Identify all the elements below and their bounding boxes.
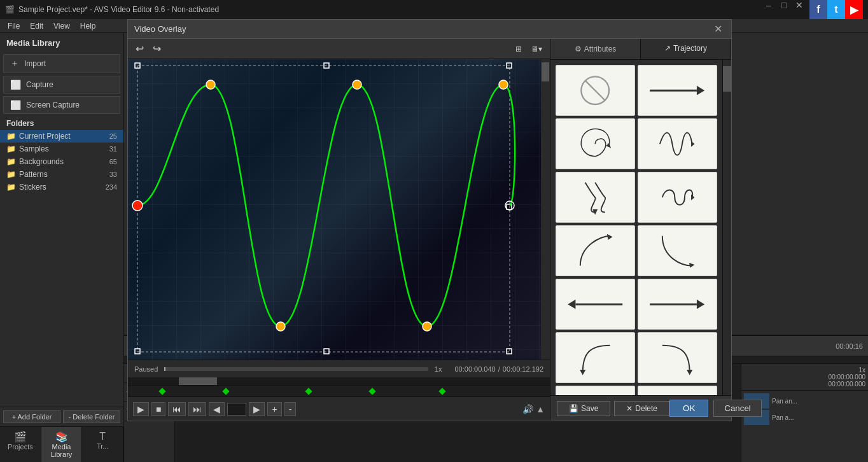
- tab-transitions-label: Tr...: [85, 442, 120, 450]
- keyframe-4[interactable]: [368, 388, 375, 395]
- folder-backgrounds[interactable]: 📁 Backgrounds 65: [0, 155, 123, 168]
- trajectory-arrow-right-2[interactable]: [638, 279, 717, 330]
- video-overlay-modal: Video Overlay ✕ ↩ ↪ ⊞ 🖥▾: [127, 19, 732, 421]
- svg-line-18: [585, 80, 605, 100]
- tab-attributes[interactable]: ⚙ Attributes: [550, 39, 641, 59]
- time-display-left: 00:00:00.000: [744, 374, 865, 381]
- tab-projects[interactable]: 🎬 Projects: [0, 427, 41, 462]
- trajectory-wave[interactable]: [638, 118, 717, 169]
- maximize-button[interactable]: □: [779, 0, 789, 10]
- folder-icon-samples: 📁: [6, 144, 16, 153]
- capture-button[interactable]: ⬜ Capture: [3, 76, 120, 94]
- svg-marker-32: [687, 370, 692, 375]
- facebook-icon[interactable]: f: [809, 0, 827, 19]
- modal-close-button[interactable]: ✕: [711, 23, 725, 35]
- save-label: Save: [581, 404, 598, 413]
- play-button[interactable]: ▶: [133, 402, 149, 416]
- timeline-keyframe-strip: [128, 385, 550, 396]
- add-keyframe-button[interactable]: +: [267, 402, 281, 416]
- menu-help[interactable]: Help: [75, 19, 101, 33]
- remove-keyframe-button[interactable]: -: [284, 402, 297, 416]
- prev-keyframe-button[interactable]: ◀: [209, 402, 225, 416]
- trajectory-wave-svg: [646, 124, 708, 164]
- keyframe-1[interactable]: [158, 388, 165, 395]
- trajectory-curve-down-right-svg: [646, 231, 708, 270]
- svg-marker-20: [697, 86, 704, 95]
- tab-trajectory-label: Trajectory: [673, 44, 707, 53]
- twitter-icon[interactable]: t: [827, 0, 845, 19]
- folder-patterns[interactable]: 📁 Patterns 33: [0, 168, 123, 181]
- trajectory-scroll-down[interactable]: [638, 386, 717, 395]
- title-bar: 🎬 Sample Project.vep* - AVS Video Editor…: [0, 0, 868, 19]
- keyframe-3[interactable]: [305, 388, 312, 395]
- trajectory-wave2[interactable]: [556, 386, 635, 395]
- save-icon: 💾: [569, 404, 578, 413]
- trajectory-curve-corner-right[interactable]: [638, 332, 717, 383]
- youtube-icon[interactable]: ▶: [845, 0, 863, 19]
- trajectory-curve-corner-left[interactable]: [556, 332, 635, 383]
- trajectory-arrow-left[interactable]: [556, 279, 635, 330]
- menu-file[interactable]: File: [3, 19, 25, 33]
- trajectory-none[interactable]: [556, 65, 635, 116]
- video-scrollbar-v[interactable]: [541, 59, 550, 360]
- folder-current-project[interactable]: 📁 Current Project 25: [0, 130, 123, 143]
- svg-marker-31: [580, 370, 585, 375]
- keyframe-5[interactable]: [438, 388, 445, 395]
- tab-media-library[interactable]: 📚 Media Library: [41, 427, 83, 462]
- stop-button[interactable]: ■: [151, 402, 165, 416]
- page-number-input[interactable]: 1: [227, 403, 246, 416]
- projects-icon: 🎬: [3, 431, 38, 443]
- close-app-button[interactable]: ✕: [794, 0, 804, 10]
- volume-icon: 🔊: [522, 404, 533, 414]
- video-time-total: 00:00:12.192: [503, 365, 543, 373]
- folder-stickers[interactable]: 📁 Stickers 234: [0, 181, 123, 193]
- trajectory-curve-down-right[interactable]: [638, 225, 717, 276]
- screen-capture-button[interactable]: ⬜ Screen Capture: [3, 96, 120, 114]
- video-canvas: [128, 59, 550, 360]
- trajectory-curve-corner-left-svg: [564, 338, 626, 377]
- minimize-button[interactable]: –: [764, 0, 774, 10]
- trajectory-scrollbar-thumb[interactable]: [723, 66, 731, 92]
- delete-button[interactable]: ✕ Delete: [614, 401, 669, 416]
- svg-marker-26: [689, 263, 695, 268]
- timeline-time-marker: 00:00:16: [836, 342, 863, 350]
- volume-up-icon[interactable]: ▲: [536, 404, 545, 414]
- folder-samples[interactable]: 📁 Samples 31: [0, 143, 123, 155]
- trajectory-grid: [550, 60, 722, 395]
- menu-edit[interactable]: Edit: [25, 19, 48, 33]
- cancel-button[interactable]: Cancel: [713, 400, 762, 417]
- modal-title: Video Overlay: [134, 24, 186, 34]
- prev-frame-button[interactable]: ⏮: [168, 402, 186, 416]
- trajectory-scrollbar[interactable]: [722, 60, 731, 395]
- svg-marker-25: [607, 234, 613, 239]
- ok-button[interactable]: OK: [669, 400, 708, 417]
- folder-icon-patterns: 📁: [6, 170, 16, 179]
- trajectory-spiral[interactable]: [556, 118, 635, 169]
- menu-view[interactable]: View: [48, 19, 75, 33]
- video-time-separator: /: [498, 365, 500, 373]
- modal-title-bar: Video Overlay ✕: [128, 20, 731, 39]
- delete-folder-button[interactable]: - Delete Folder: [63, 410, 120, 423]
- trajectory-curve-up-right[interactable]: [556, 225, 635, 276]
- trajectory-arrow-right[interactable]: [638, 65, 717, 116]
- keyframe-2[interactable]: [222, 388, 229, 395]
- folder-label-stickers: Stickers: [19, 183, 106, 192]
- video-scrollbar-h[interactable]: [128, 377, 550, 385]
- save-button[interactable]: 💾 Save: [557, 401, 610, 416]
- tab-trajectory[interactable]: ↗ Trajectory: [641, 39, 731, 59]
- folder-label-current-project: Current Project: [19, 132, 109, 141]
- redo-video-button[interactable]: ↪: [150, 41, 164, 56]
- grid-button[interactable]: ⊞: [513, 43, 524, 55]
- display-options-button[interactable]: 🖥▾: [528, 43, 545, 55]
- add-folder-button[interactable]: + Add Folder: [3, 410, 60, 423]
- next-keyframe-button[interactable]: ▶: [249, 402, 265, 416]
- clip-label-bottom-1: Pan an...: [772, 398, 797, 405]
- attributes-icon: ⚙: [575, 45, 582, 53]
- trajectory-spring[interactable]: [638, 172, 717, 223]
- clip-label-bottom-2: Pan a...: [772, 414, 794, 421]
- trajectory-zigzag[interactable]: [556, 172, 635, 223]
- import-button[interactable]: ＋ Import: [3, 54, 120, 73]
- tab-transitions[interactable]: T Tr...: [82, 427, 123, 462]
- next-frame-button[interactable]: ⏭: [188, 402, 206, 416]
- undo-video-button[interactable]: ↩: [133, 41, 146, 56]
